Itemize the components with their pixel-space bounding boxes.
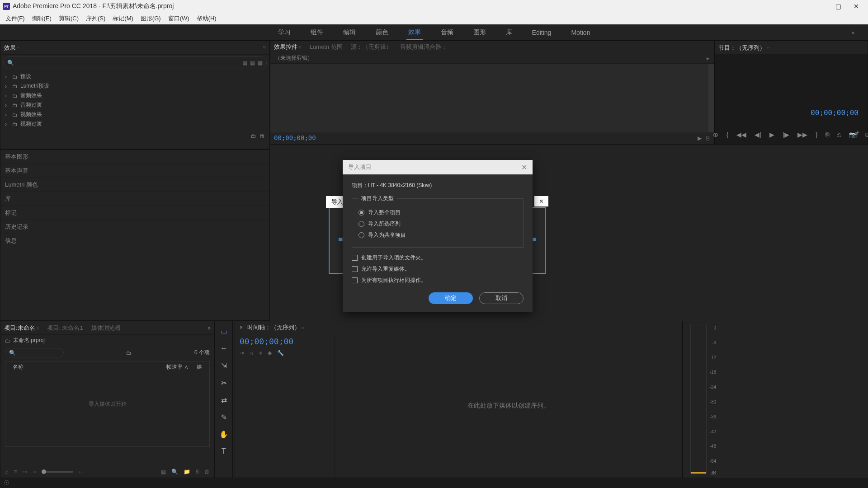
radio-label: 导入所选序列 [368,220,401,228]
dialog-title: 导入项目 [348,163,372,171]
check-apply-all[interactable]: 为所有项目执行相同操作。 [352,275,524,286]
import-type-fieldset: 项目导入类型 导入整个项目 导入所选序列 导入为共享项目 [352,195,524,248]
checkbox-icon [352,266,358,272]
ok-button[interactable]: 确定 [429,292,473,304]
check-label: 为所有项目执行相同操作。 [361,277,426,284]
cancel-button[interactable]: 取消 [479,292,524,304]
checkbox-icon [352,277,358,283]
radio-icon [359,232,364,238]
check-create-folder[interactable]: 创建用于导入项的文件夹。 [352,252,524,263]
radio-import-selected[interactable]: 导入所选序列 [359,218,517,230]
radio-import-shared[interactable]: 导入为共享项目 [359,230,517,241]
check-label: 允许导入重复媒体。 [361,265,410,273]
check-allow-duplicates[interactable]: 允许导入重复媒体。 [352,263,524,275]
dialog-close-icon[interactable]: ✕ [521,163,527,172]
dialog-project-line: 项目：HT - 4K 3840x2160 (Slow) [352,182,524,189]
radio-icon [359,210,364,216]
radio-import-entire[interactable]: 导入整个项目 [359,207,517,218]
check-label: 创建用于导入项的文件夹。 [361,254,426,262]
radio-icon [359,221,364,227]
checkbox-icon [352,255,358,261]
radio-label: 导入为共享项目 [368,231,406,239]
dialog-title-bar: 导入项目 ✕ [343,160,533,174]
modal-overlay: 导入项目 ✕ 项目：HT - 4K 3840x2160 (Slow) 项目导入类… [0,0,868,488]
import-project-dialog: 导入项目 ✕ 项目：HT - 4K 3840x2160 (Slow) 项目导入类… [343,160,533,312]
radio-label: 导入整个项目 [368,209,401,216]
fieldset-legend: 项目导入类型 [359,195,396,202]
